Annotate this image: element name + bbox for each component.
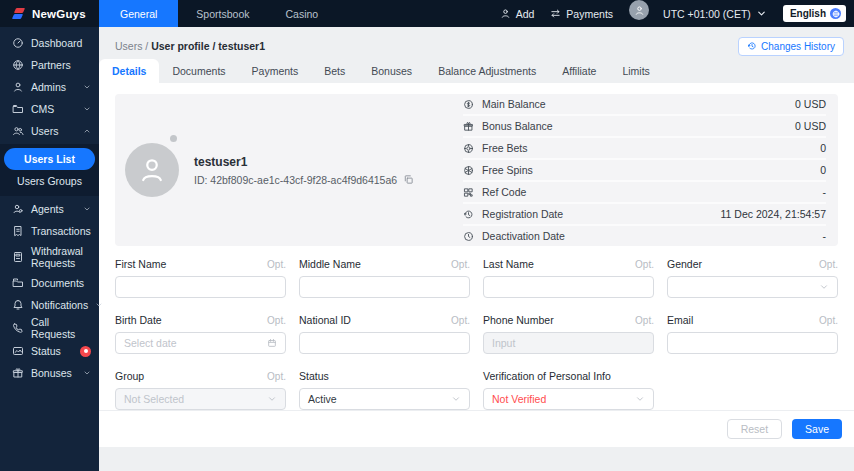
breadcrumb: Users / User profile / testuser1 xyxy=(115,40,265,52)
chevron-down-icon xyxy=(95,299,103,311)
copy-icon[interactable] xyxy=(403,174,414,185)
tab-documents[interactable]: Documents xyxy=(159,59,238,83)
header-tab-casino[interactable]: Casino xyxy=(267,0,336,27)
group-select[interactable]: Not Selected xyxy=(115,388,286,410)
national-id-field[interactable] xyxy=(299,332,470,354)
chevron-down-icon xyxy=(635,394,645,404)
free-bets-value: 0 xyxy=(820,142,826,154)
sidebar-item-users-list[interactable]: Users List xyxy=(4,148,95,170)
sidebar-item-documents[interactable]: Documents xyxy=(0,272,99,294)
verification-select[interactable]: Not Verified xyxy=(483,388,654,410)
breadcrumb-separator: / xyxy=(145,40,148,52)
globe-icon xyxy=(12,59,24,71)
sidebar-item-partners[interactable]: Partners xyxy=(0,54,99,76)
sidebar-item-agents[interactable]: Agents xyxy=(0,198,99,220)
gender-select[interactable] xyxy=(667,276,838,298)
sidebar-item-status[interactable]: Status xyxy=(0,340,99,362)
chevron-down-icon xyxy=(83,103,91,115)
brand-logo-icon xyxy=(11,6,26,21)
folder-icon xyxy=(12,103,24,115)
ref-code-value: - xyxy=(823,186,827,198)
user-id: ID: 42bf809c-ae1c-43cf-9f28-ac4f9d6415a6 xyxy=(194,174,397,186)
brand[interactable]: NewGuys xyxy=(0,0,99,27)
first-name-label: First Name xyxy=(115,258,166,270)
sidebar-item-bonuses[interactable]: Bonuses xyxy=(0,362,99,384)
presence-dot xyxy=(170,135,177,142)
documents-icon xyxy=(12,277,24,289)
person-icon xyxy=(12,81,24,93)
breadcrumb-users[interactable]: Users xyxy=(115,40,142,52)
registration-date-value: 11 Dec 2024, 21:54:57 xyxy=(721,208,826,220)
last-name-label: Last Name xyxy=(483,258,534,270)
group-label: Group xyxy=(115,370,144,382)
tab-bets[interactable]: Bets xyxy=(311,59,358,83)
gift-icon xyxy=(12,367,24,379)
sidebar-item-notifications[interactable]: Notifications xyxy=(0,294,99,316)
tab-limits[interactable]: Limits xyxy=(609,59,662,83)
brand-name: NewGuys xyxy=(32,8,86,20)
chip-icon xyxy=(463,143,474,154)
chevron-down-icon xyxy=(819,282,829,292)
tab-balance-adjustments[interactable]: Balance Adjustments xyxy=(425,59,549,83)
sidebar-item-withdrawal-requests[interactable]: Withdrawal Requests xyxy=(0,242,99,272)
tab-affiliate[interactable]: Affiliate xyxy=(549,59,609,83)
payments-button[interactable]: Payments xyxy=(550,0,613,27)
photo-icon xyxy=(12,345,24,357)
sidebar-item-users[interactable]: Users xyxy=(0,120,99,142)
national-id-label: National ID xyxy=(299,314,351,326)
timezone-selector[interactable]: UTC +01:00 (CET) xyxy=(663,0,767,27)
last-name-field[interactable] xyxy=(483,276,654,298)
sidebar-item-users-groups[interactable]: Users Groups xyxy=(0,170,99,192)
user-avatar xyxy=(125,143,179,197)
payments-label: Payments xyxy=(566,8,613,20)
sidebar-item-transactions[interactable]: Transactions xyxy=(0,220,99,242)
sidebar-item-cms[interactable]: CMS xyxy=(0,98,99,120)
birth-date-picker[interactable]: Select date xyxy=(115,332,286,354)
top-header: NewGuys General Sportsbook Casino Add Pa… xyxy=(0,0,854,27)
reset-button[interactable]: Reset xyxy=(727,419,782,439)
profile-tabs: Details Documents Payments Bets Bonuses … xyxy=(99,59,854,83)
email-field[interactable] xyxy=(667,332,838,354)
add-button[interactable]: Add xyxy=(500,0,535,27)
atm-icon xyxy=(12,251,24,263)
language-label: English xyxy=(790,8,826,19)
account-avatar[interactable] xyxy=(629,0,649,20)
tab-bonuses[interactable]: Bonuses xyxy=(358,59,425,83)
agent-icon xyxy=(12,203,24,215)
changes-history-label: Changes History xyxy=(761,41,835,52)
language-button[interactable]: English xyxy=(783,5,846,22)
sidebar-item-call-requests[interactable]: Call Requests xyxy=(0,316,99,340)
gift-icon xyxy=(463,121,474,132)
info-row-ref-code: Ref Code - xyxy=(463,182,826,204)
middle-name-field[interactable] xyxy=(299,276,470,298)
chevron-down-icon xyxy=(451,394,461,404)
wheel-icon xyxy=(463,165,474,176)
header-tab-general[interactable]: General xyxy=(99,0,178,27)
sidebar-item-admins[interactable]: Admins xyxy=(0,76,99,98)
main-balance-value: 0 USD xyxy=(795,98,826,110)
history-icon xyxy=(747,41,757,51)
chevron-down-icon xyxy=(267,394,277,404)
save-button[interactable]: Save xyxy=(792,419,842,439)
calendar-icon xyxy=(267,338,277,348)
status-select[interactable]: Active xyxy=(299,388,470,410)
clock-icon xyxy=(463,231,474,242)
status-badge xyxy=(80,346,91,357)
tab-payments[interactable]: Payments xyxy=(239,59,312,83)
header-tab-sportsbook[interactable]: Sportsbook xyxy=(178,0,267,27)
changes-history-button[interactable]: Changes History xyxy=(738,37,844,56)
info-row-free-bets: Free Bets 0 xyxy=(463,138,826,160)
phone-icon xyxy=(12,322,24,334)
username: testuser1 xyxy=(194,155,414,169)
tab-details[interactable]: Details xyxy=(99,59,159,83)
status-label: Status xyxy=(299,370,329,382)
deactivation-date-value: - xyxy=(823,230,827,242)
first-name-field[interactable] xyxy=(115,276,286,298)
sidebar-item-dashboard[interactable]: Dashboard xyxy=(0,32,99,54)
sidebar: Dashboard Partners Admins CMS Users User… xyxy=(0,27,99,471)
middle-name-label: Middle Name xyxy=(299,258,361,270)
people-icon xyxy=(12,125,24,137)
info-row-free-spins: Free Spins 0 xyxy=(463,160,826,182)
info-row-main-balance: Main Balance 0 USD xyxy=(463,94,826,116)
form-footer: Reset Save xyxy=(99,410,854,447)
